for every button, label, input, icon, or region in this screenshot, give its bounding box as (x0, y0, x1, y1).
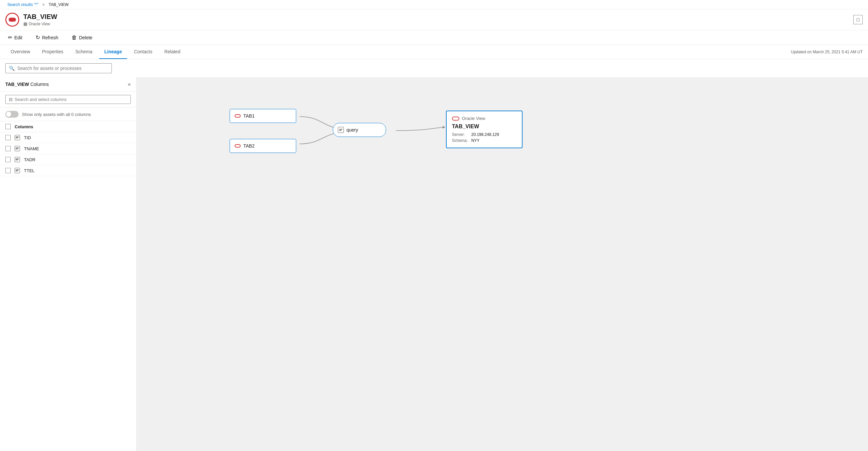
column-search-input[interactable] (14, 97, 127, 102)
search-icon: 🔍 (9, 66, 14, 71)
toggle-label: Show only assets with all 0 columns (22, 112, 91, 117)
filter-icon: ⊟ (9, 97, 13, 102)
edit-icon: ✏ (8, 34, 12, 40)
detail-type-label: Oracle View (462, 116, 485, 121)
tadr-col-icon (14, 157, 20, 162)
breadcrumb-current: TAB_VIEW (49, 2, 68, 7)
tab-bar: Overview Properties Schema Lineage Conta… (0, 45, 868, 59)
detail-server-field: Server: 20.198.248.129 (452, 132, 517, 137)
column-row-tadr[interactable]: TADR (0, 154, 136, 165)
server-label: Server: (452, 132, 469, 137)
breadcrumb-search-link[interactable]: Search results "*" (7, 2, 38, 7)
select-all-checkbox[interactable] (5, 124, 11, 129)
tname-col-name: TNAME (24, 146, 39, 151)
tab-related[interactable]: Related (159, 45, 186, 59)
column-row-ttel[interactable]: TTEL (0, 165, 136, 176)
refresh-icon: ↻ (36, 34, 40, 40)
server-value: 20.198.248.129 (471, 132, 499, 137)
lineage-area: TAB1 TAB2 query Oracle View (136, 77, 868, 451)
tab2-logo (235, 144, 241, 147)
main-content: TAB_VIEW Columns « ⊟ Show only assets wi… (0, 77, 868, 451)
toggle-row: Show only assets with all 0 columns (0, 108, 136, 121)
columns-header-row: Columns (0, 121, 136, 132)
asset-header: TAB_VIEW ▦ Oracle View □ (0, 9, 868, 30)
query-line-2 (339, 130, 341, 131)
detail-asset-name: TAB_VIEW (452, 123, 517, 130)
lineage-canvas: TAB1 TAB2 query Oracle View (136, 77, 868, 451)
updated-timestamp: Updated on March 25, 2021 5:41 AM UT (791, 50, 863, 54)
columns-header-label: Columns (14, 124, 33, 129)
panel-title: TAB_VIEW Columns (5, 82, 49, 87)
tabview-detail-card[interactable]: Oracle View TAB_VIEW Server: 20.198.248.… (446, 111, 523, 148)
tab2-node[interactable]: TAB2 (230, 139, 296, 153)
panel-title-bold: TAB_VIEW (5, 82, 29, 87)
breadcrumb-separator: > (42, 2, 44, 7)
arrowhead-tabview (443, 126, 445, 129)
asset-search-input[interactable] (17, 66, 108, 71)
asset-subtitle: ▦ Oracle View (23, 21, 57, 26)
search-container: 🔍 (0, 59, 868, 77)
arrow-query-tabview (396, 127, 443, 131)
tab2-label: TAB2 (243, 143, 255, 148)
tname-col-icon (14, 146, 20, 151)
tid-col-icon (14, 135, 20, 140)
table-icon: ▦ (23, 21, 27, 26)
oracle-logo (5, 13, 19, 27)
left-panel: TAB_VIEW Columns « ⊟ Show only assets wi… (0, 77, 136, 451)
column-search-box[interactable]: ⊟ (5, 95, 131, 104)
tab-lineage[interactable]: Lineage (99, 45, 127, 59)
detail-oracle-logo (452, 117, 459, 120)
tname-checkbox[interactable] (5, 146, 11, 151)
delete-label: Delete (79, 35, 92, 40)
tab1-node[interactable]: TAB1 (230, 109, 296, 123)
refresh-button[interactable]: ↻ Refresh (33, 33, 61, 42)
tab-contacts[interactable]: Contacts (128, 45, 157, 59)
delete-icon: 🗑 (71, 35, 77, 40)
panel-title-suffix: Columns (29, 82, 49, 87)
header-info: TAB_VIEW ▦ Oracle View (23, 13, 57, 26)
column-list: Columns TID TNAME TADR TTEL (0, 121, 136, 451)
tadr-checkbox[interactable] (5, 157, 11, 162)
query-node[interactable]: query (333, 123, 386, 137)
asset-search-box[interactable]: 🔍 (5, 63, 112, 73)
toolbar: ✏ Edit ↻ Refresh 🗑 Delete (0, 30, 868, 45)
schema-value: NYY (471, 138, 479, 143)
tab1-logo (235, 114, 241, 118)
edit-label: Edit (14, 35, 22, 40)
tab-properties[interactable]: Properties (37, 45, 68, 59)
asset-type-label: Oracle View (29, 22, 50, 26)
expand-button[interactable]: □ (854, 15, 863, 24)
breadcrumb: Search results "*" > TAB_VIEW (0, 0, 868, 9)
toggle-knob (6, 112, 11, 117)
ttel-col-icon (14, 168, 20, 173)
panel-header: TAB_VIEW Columns « (0, 77, 136, 92)
collapse-panel-button[interactable]: « (128, 81, 131, 87)
show-only-toggle[interactable] (5, 111, 19, 118)
column-row-tid[interactable]: TID (0, 132, 136, 143)
tid-checkbox[interactable] (5, 135, 11, 140)
column-row-tname[interactable]: TNAME (0, 143, 136, 154)
tab-overview[interactable]: Overview (5, 45, 35, 59)
ttel-checkbox[interactable] (5, 168, 11, 173)
detail-schema-field: Schema: NYY (452, 138, 517, 143)
edit-button[interactable]: ✏ Edit (5, 33, 25, 42)
tab1-label: TAB1 (243, 113, 255, 119)
tadr-col-name: TADR (24, 157, 35, 162)
delete-button[interactable]: 🗑 Delete (69, 33, 95, 42)
ttel-col-name: TTEL (24, 168, 35, 173)
asset-title: TAB_VIEW (23, 13, 57, 21)
refresh-label: Refresh (42, 35, 58, 40)
query-icon (338, 127, 344, 133)
detail-card-header: Oracle View (452, 116, 517, 121)
schema-label: Schema: (452, 138, 469, 143)
query-line-1 (339, 129, 342, 130)
expand-icon: □ (857, 17, 859, 22)
tab-schema[interactable]: Schema (70, 45, 97, 59)
column-search-area: ⊟ (0, 92, 136, 108)
query-label: query (346, 127, 358, 133)
tid-col-name: TID (24, 135, 31, 140)
